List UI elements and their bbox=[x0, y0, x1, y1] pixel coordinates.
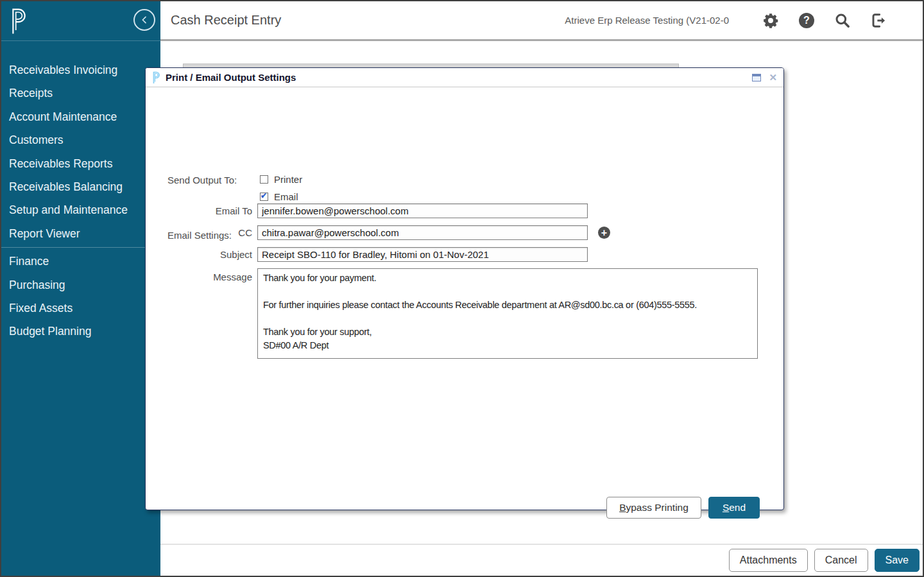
printer-checkbox-label: Printer bbox=[274, 174, 302, 185]
email-to-label: Email To bbox=[146, 205, 252, 216]
print-email-output-settings-dialog: Print / Email Output Settings ✕ Send Out… bbox=[145, 67, 784, 510]
top-bar: Cash Receipt Entry Atrieve Erp Release T… bbox=[160, 1, 923, 41]
top-bar-right: Atrieve Erp Release Testing (V21-02-0 ? bbox=[565, 12, 923, 29]
save-button[interactable]: Save bbox=[875, 549, 920, 572]
sidebar-item-receipts[interactable]: Receipts bbox=[1, 82, 160, 105]
sidebar-item-budget-planning[interactable]: Budget Planning bbox=[1, 320, 160, 343]
dialog-title: Print / Email Output Settings bbox=[166, 72, 296, 83]
send-button[interactable]: Send bbox=[708, 497, 760, 519]
email-checkbox-label: Email bbox=[274, 191, 298, 202]
dialog-body: Send Output To: Printer Email PDF Email … bbox=[146, 87, 783, 510]
sidebar-item-report-viewer[interactable]: Report Viewer bbox=[1, 222, 160, 245]
sidebar-item-setup-and-maintenance[interactable]: Setup and Maintenance bbox=[1, 198, 160, 221]
sidebar-item-account-maintenance[interactable]: Account Maintenance bbox=[1, 105, 160, 128]
sidebar-item-customers[interactable]: Customers bbox=[1, 128, 160, 151]
app-window: Receivables Invoicing Receipts Account M… bbox=[0, 0, 924, 577]
sidebar-nav: Receivables Invoicing Receipts Account M… bbox=[1, 41, 160, 343]
add-cc-icon[interactable]: + bbox=[598, 227, 610, 239]
sidebar-item-fixed-assets[interactable]: Fixed Assets bbox=[1, 297, 160, 320]
attachments-button[interactable]: Attachments bbox=[729, 549, 808, 572]
sidebar-item-finance[interactable]: Finance bbox=[1, 250, 160, 273]
bypass-printing-button[interactable]: Bypass Printing bbox=[606, 497, 701, 519]
sidebar-item-receivables-invoicing[interactable]: Receivables Invoicing bbox=[1, 58, 160, 82]
page-title: Cash Receipt Entry bbox=[171, 13, 281, 28]
subject-label: Subject bbox=[146, 249, 252, 260]
sidebar-divider bbox=[1, 247, 160, 248]
message-textarea[interactable]: Thank you for your payment. For further … bbox=[257, 268, 758, 359]
page-footer: Attachments Cancel Save bbox=[160, 544, 923, 576]
cc-input[interactable] bbox=[257, 225, 588, 240]
powerschool-logo-icon bbox=[10, 7, 28, 35]
question-mark-glyph: ? bbox=[799, 13, 814, 28]
dialog-button-row: Bypass Printing Send bbox=[146, 497, 783, 519]
subject-input[interactable] bbox=[257, 247, 588, 262]
help-icon[interactable]: ? bbox=[798, 12, 815, 29]
powerschool-logo-icon bbox=[152, 71, 160, 84]
search-icon[interactable] bbox=[834, 12, 851, 29]
email-checkbox[interactable] bbox=[260, 193, 268, 201]
maximize-icon[interactable] bbox=[752, 74, 761, 82]
dialog-title-bar[interactable]: Print / Email Output Settings ✕ bbox=[146, 68, 783, 87]
email-to-input[interactable] bbox=[257, 203, 588, 218]
message-label: Message bbox=[146, 271, 252, 282]
send-output-to-label: Send Output To: bbox=[167, 175, 237, 185]
environment-label: Atrieve Erp Release Testing (V21-02-0 bbox=[565, 15, 729, 26]
collapse-sidebar-button[interactable] bbox=[133, 9, 155, 31]
sidebar-item-receivables-balancing[interactable]: Receivables Balancing bbox=[1, 175, 160, 198]
sidebar: Receivables Invoicing Receipts Account M… bbox=[1, 1, 160, 576]
sidebar-item-receivables-reports[interactable]: Receivables Reports bbox=[1, 152, 160, 175]
close-icon[interactable]: ✕ bbox=[769, 73, 777, 82]
logout-icon[interactable] bbox=[870, 12, 887, 29]
printer-checkbox[interactable] bbox=[260, 175, 268, 184]
printer-option-row: Printer bbox=[260, 174, 302, 185]
sidebar-header bbox=[1, 1, 160, 41]
email-option-row: Email bbox=[260, 191, 298, 202]
cancel-button[interactable]: Cancel bbox=[814, 549, 868, 572]
settings-gear-icon[interactable] bbox=[762, 12, 779, 29]
cc-label: CC bbox=[146, 227, 252, 238]
sidebar-item-purchasing[interactable]: Purchasing bbox=[1, 273, 160, 297]
